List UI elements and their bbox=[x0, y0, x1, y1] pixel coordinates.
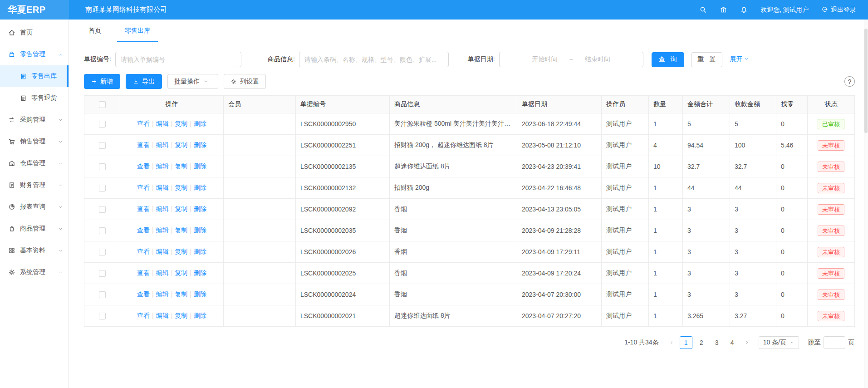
help-icon[interactable]: ? bbox=[844, 76, 855, 87]
next-page-button[interactable] bbox=[741, 340, 752, 345]
sidebar-item-4[interactable]: 仓库管理 bbox=[0, 152, 69, 174]
tab-0[interactable]: 首页 bbox=[81, 20, 109, 42]
product-info-input[interactable] bbox=[299, 52, 449, 67]
view-link[interactable]: 查看 bbox=[137, 205, 150, 212]
scrollbar-track[interactable] bbox=[864, 20, 868, 388]
sidebar-item-3[interactable]: 销售管理 bbox=[0, 131, 69, 152]
copy-link[interactable]: 复制 bbox=[175, 141, 187, 148]
copy-link[interactable]: 复制 bbox=[175, 120, 187, 127]
search-button[interactable]: 查 询 bbox=[652, 52, 684, 67]
sidebar-subitem-1-1[interactable]: 零售退货 bbox=[0, 87, 69, 109]
sidebar-item-label: 财务管理 bbox=[20, 181, 45, 189]
page-button-1[interactable]: 1 bbox=[680, 336, 692, 349]
cell-received-amount: 3.27 bbox=[730, 305, 776, 327]
row-checkbox[interactable] bbox=[99, 163, 106, 170]
view-link[interactable]: 查看 bbox=[137, 312, 150, 319]
page-button-2[interactable]: 2 bbox=[695, 336, 708, 349]
bell-icon[interactable] bbox=[740, 6, 748, 14]
select-all-checkbox[interactable] bbox=[99, 101, 106, 108]
status-badge: 未审核 bbox=[818, 268, 844, 279]
delete-link[interactable]: 删除 bbox=[194, 248, 206, 255]
copy-link[interactable]: 复制 bbox=[175, 269, 187, 276]
delete-link[interactable]: 删除 bbox=[194, 162, 206, 170]
edit-link[interactable]: 编辑 bbox=[156, 226, 169, 234]
edit-link[interactable]: 编辑 bbox=[156, 312, 169, 319]
tab-1[interactable]: 零售出库 bbox=[117, 20, 158, 42]
sidebar-item-5[interactable]: 财务管理 bbox=[0, 174, 69, 196]
delete-link[interactable]: 删除 bbox=[194, 226, 206, 234]
jump-to-input[interactable] bbox=[824, 336, 845, 349]
cell-operator: 测试用户 bbox=[602, 241, 649, 263]
edit-link[interactable]: 编辑 bbox=[156, 120, 169, 127]
search-icon[interactable] bbox=[699, 6, 707, 14]
edit-link[interactable]: 编辑 bbox=[156, 141, 169, 148]
row-checkbox[interactable] bbox=[99, 249, 106, 255]
delete-link[interactable]: 删除 bbox=[194, 141, 206, 148]
batch-actions-button[interactable]: 批量操作 bbox=[167, 74, 218, 89]
prev-page-button[interactable] bbox=[666, 340, 677, 345]
column-settings-button[interactable]: 列设置 bbox=[224, 74, 266, 89]
edit-link[interactable]: 编辑 bbox=[156, 290, 169, 298]
row-checkbox[interactable] bbox=[99, 291, 106, 298]
copy-link[interactable]: 复制 bbox=[175, 312, 187, 319]
chevron-down-icon bbox=[744, 56, 749, 62]
delete-link[interactable]: 删除 bbox=[194, 290, 206, 298]
sidebar-item-8[interactable]: 基本资料 bbox=[0, 240, 69, 261]
view-link[interactable]: 查看 bbox=[137, 162, 150, 170]
page-size-select[interactable]: 10 条/页 bbox=[759, 336, 799, 349]
page-button-4[interactable]: 4 bbox=[726, 336, 739, 349]
copy-link[interactable]: 复制 bbox=[175, 248, 187, 255]
sidebar-item-7[interactable]: 商品管理 bbox=[0, 218, 69, 240]
cell-product-info: 招财猫 200g， 超迷你维达面纸 8片 bbox=[390, 135, 517, 156]
date-range-input[interactable]: 开始时间 ~ 结束时间 bbox=[499, 52, 643, 67]
view-link[interactable]: 查看 bbox=[137, 269, 150, 276]
delete-link[interactable]: 删除 bbox=[194, 269, 206, 276]
add-button-label: 新增 bbox=[100, 78, 113, 86]
scrollbar-thumb[interactable] bbox=[864, 29, 868, 133]
row-checkbox[interactable] bbox=[99, 142, 106, 149]
row-checkbox[interactable] bbox=[99, 206, 106, 213]
add-button[interactable]: 新增 bbox=[84, 74, 120, 89]
sidebar-item-9[interactable]: 系统管理 bbox=[0, 261, 69, 283]
row-checkbox[interactable] bbox=[99, 121, 106, 128]
pagination: 1-10 共34条123410 条/页跳至页 bbox=[84, 336, 854, 349]
logout-button[interactable]: 退出登录 bbox=[821, 6, 856, 14]
edit-link[interactable]: 编辑 bbox=[156, 162, 169, 170]
export-button[interactable]: 导出 bbox=[126, 74, 162, 89]
reset-button[interactable]: 重 置 bbox=[691, 52, 723, 67]
sidebar-item-0[interactable]: 首页 bbox=[0, 22, 69, 44]
copy-link[interactable]: 复制 bbox=[175, 184, 187, 191]
edit-link[interactable]: 编辑 bbox=[156, 248, 169, 255]
copy-link[interactable]: 复制 bbox=[175, 162, 187, 170]
copy-link[interactable]: 复制 bbox=[175, 226, 187, 234]
expand-link[interactable]: 展开 bbox=[730, 55, 749, 64]
delete-link[interactable]: 删除 bbox=[194, 184, 206, 191]
row-checkbox[interactable] bbox=[99, 185, 106, 192]
view-link[interactable]: 查看 bbox=[137, 248, 150, 255]
sidebar-item-6[interactable]: 报表查询 bbox=[0, 196, 69, 218]
view-link[interactable]: 查看 bbox=[137, 141, 150, 148]
delete-link[interactable]: 删除 bbox=[194, 312, 206, 319]
view-link[interactable]: 查看 bbox=[137, 184, 150, 191]
edit-link[interactable]: 编辑 bbox=[156, 205, 169, 212]
row-checkbox[interactable] bbox=[99, 313, 106, 319]
edit-link[interactable]: 编辑 bbox=[156, 184, 169, 191]
delete-link[interactable]: 删除 bbox=[194, 120, 206, 127]
row-checkbox[interactable] bbox=[99, 227, 106, 234]
view-link[interactable]: 查看 bbox=[137, 226, 150, 234]
copy-link[interactable]: 复制 bbox=[175, 205, 187, 212]
copy-link[interactable]: 复制 bbox=[175, 290, 187, 298]
row-actions: 查看|编辑|复制|删除 bbox=[120, 241, 224, 263]
delete-link[interactable]: 删除 bbox=[194, 205, 206, 212]
page-button-3[interactable]: 3 bbox=[711, 336, 723, 349]
bill-no-input[interactable] bbox=[115, 52, 241, 67]
bank-icon[interactable] bbox=[720, 6, 727, 14]
view-link[interactable]: 查看 bbox=[137, 290, 150, 298]
view-link[interactable]: 查看 bbox=[137, 120, 150, 127]
sidebar-item-1[interactable]: 零售管理 bbox=[0, 44, 69, 65]
link-separator: | bbox=[171, 312, 173, 319]
sidebar-item-2[interactable]: 采购管理 bbox=[0, 109, 69, 131]
sidebar-subitem-1-0[interactable]: 零售出库 bbox=[0, 65, 69, 87]
row-checkbox[interactable] bbox=[99, 270, 106, 277]
edit-link[interactable]: 编辑 bbox=[156, 269, 169, 276]
